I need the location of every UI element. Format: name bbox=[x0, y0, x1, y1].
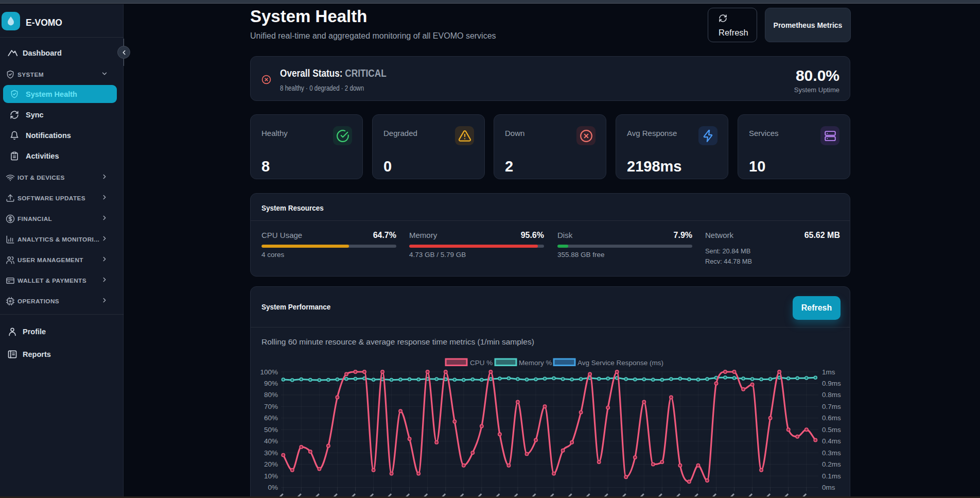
svg-text:30%: 30% bbox=[264, 449, 278, 457]
svg-text:90%: 90% bbox=[264, 380, 278, 387]
svg-text:CPU %: CPU % bbox=[470, 359, 493, 367]
svg-text:0.4ms: 0.4ms bbox=[822, 437, 841, 445]
svg-text:40%: 40% bbox=[264, 437, 278, 445]
svg-text:100%: 100% bbox=[260, 368, 278, 376]
svg-text:Avg Service Response (ms): Avg Service Response (ms) bbox=[577, 359, 663, 367]
svg-text:0.9ms: 0.9ms bbox=[822, 380, 841, 387]
svg-text:0.6ms: 0.6ms bbox=[822, 414, 841, 422]
svg-text:0.5ms: 0.5ms bbox=[822, 426, 841, 434]
svg-text:0.8ms: 0.8ms bbox=[822, 391, 841, 399]
svg-text:0.2ms: 0.2ms bbox=[822, 460, 841, 468]
svg-text:20%: 20% bbox=[264, 460, 278, 468]
svg-text:10%: 10% bbox=[264, 472, 278, 480]
svg-text:0.3ms: 0.3ms bbox=[822, 449, 841, 457]
svg-text:80%: 80% bbox=[264, 391, 278, 399]
svg-text:0.7ms: 0.7ms bbox=[822, 403, 841, 410]
svg-text:50%: 50% bbox=[264, 426, 278, 434]
svg-text:0ms: 0ms bbox=[822, 484, 835, 491]
svg-text:70%: 70% bbox=[264, 403, 278, 410]
svg-text:60%: 60% bbox=[264, 414, 278, 422]
svg-text:1ms: 1ms bbox=[822, 368, 835, 376]
svg-text:0.1ms: 0.1ms bbox=[822, 472, 841, 480]
svg-text:0%: 0% bbox=[268, 484, 278, 491]
svg-text:Memory %: Memory % bbox=[519, 359, 552, 367]
